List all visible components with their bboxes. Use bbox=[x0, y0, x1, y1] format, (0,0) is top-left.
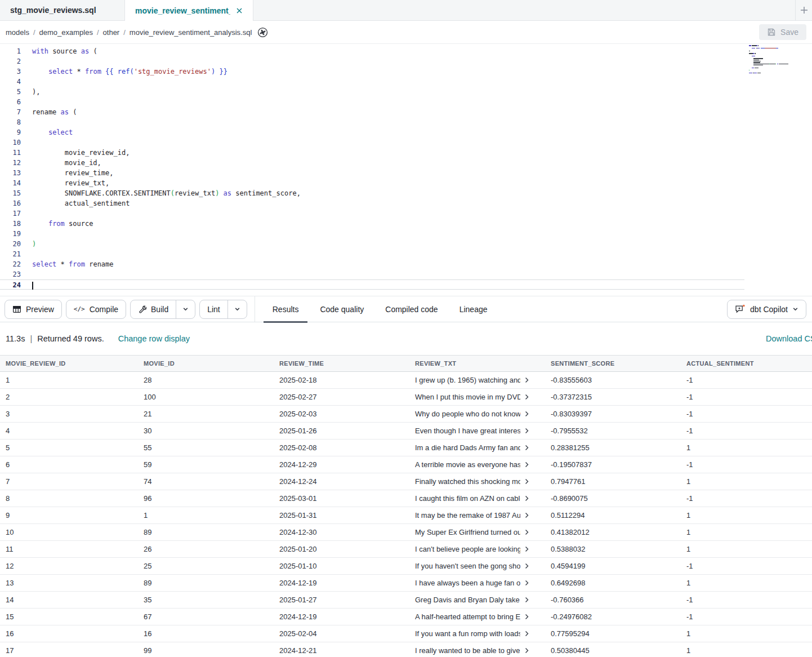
new-tab-button[interactable] bbox=[795, 0, 812, 20]
movie-review-id-cell: 17 bbox=[0, 646, 138, 655]
tab-stg-movie-reviews[interactable]: stg_movie_reviews.sql bbox=[0, 0, 125, 20]
code-line[interactable]: 1with source as ( bbox=[0, 46, 812, 56]
code-editor[interactable]: 1with source as (23 select * from {{ ref… bbox=[0, 44, 812, 296]
expand-review-icon[interactable] bbox=[520, 461, 530, 468]
code-line[interactable]: 11 movie_review_id, bbox=[0, 148, 812, 158]
expand-review-icon[interactable] bbox=[520, 512, 530, 518]
sentiment-score-cell: 0.77595294 bbox=[545, 629, 681, 638]
column-header-actual_sentiment[interactable]: ACTUAL_SENTIMENT bbox=[681, 360, 812, 367]
column-header-sentiment_score[interactable]: SENTIMENT_SCORE bbox=[545, 360, 681, 367]
code-line[interactable]: 10 bbox=[0, 137, 812, 148]
code-line[interactable]: 14 review_txt, bbox=[0, 178, 812, 188]
column-header-review_time[interactable]: REVIEW_TIME bbox=[274, 360, 409, 367]
expand-review-icon[interactable] bbox=[520, 529, 530, 535]
code-line[interactable]: 19 bbox=[0, 229, 812, 239]
code-line-content: select bbox=[32, 127, 73, 137]
review-time-cell: 2024-12-30 bbox=[274, 528, 409, 536]
expand-review-icon[interactable] bbox=[520, 445, 530, 451]
expand-review-icon[interactable] bbox=[520, 478, 530, 485]
expand-review-icon[interactable] bbox=[520, 546, 530, 552]
expand-review-icon[interactable] bbox=[520, 647, 530, 654]
review-txt-value: If you haven't seen the gong show TV s… bbox=[415, 562, 520, 570]
line-number: 2 bbox=[0, 56, 21, 66]
sentiment-score-cell: 0.7947761 bbox=[545, 477, 681, 486]
review-txt-cell: Im a die hard Dads Army fan and nothi… bbox=[409, 443, 545, 452]
expand-review-icon[interactable] bbox=[520, 597, 530, 603]
save-button[interactable]: Save bbox=[759, 24, 806, 40]
code-line[interactable]: 22select * from rename bbox=[0, 259, 812, 269]
movie-review-id-cell: 8 bbox=[0, 494, 138, 503]
review-time-cell: 2025-02-08 bbox=[274, 443, 409, 452]
expand-review-icon[interactable] bbox=[520, 495, 530, 501]
expand-review-icon[interactable] bbox=[520, 428, 530, 434]
movie-id-cell: 89 bbox=[138, 579, 274, 587]
code-line[interactable]: 15 SNOWFLAKE.CORTEX.SENTIMENT(review_txt… bbox=[0, 188, 812, 198]
code-lines: 1with source as (23 select * from {{ ref… bbox=[0, 46, 812, 290]
code-line[interactable]: 2 bbox=[0, 56, 812, 66]
code-line[interactable]: 20) bbox=[0, 239, 812, 249]
result-tab-compiled-code[interactable]: Compiled code bbox=[374, 296, 448, 322]
expand-review-icon[interactable] bbox=[520, 580, 530, 586]
code-line[interactable]: 23 bbox=[0, 269, 812, 279]
sentiment-score-cell: 0.6492698 bbox=[545, 579, 681, 587]
copilot-badge-icon[interactable] bbox=[257, 26, 269, 38]
download-csv-link[interactable]: Download CSV bbox=[766, 334, 812, 343]
change-row-display-link[interactable]: Change row display bbox=[118, 334, 190, 343]
code-line[interactable]: 6 bbox=[0, 97, 812, 107]
expand-review-icon[interactable] bbox=[520, 563, 530, 569]
result-tab-results[interactable]: Results bbox=[262, 296, 310, 322]
result-tab-code-quality[interactable]: Code quality bbox=[309, 296, 374, 322]
movie-review-id-cell: 9 bbox=[0, 511, 138, 520]
code-line[interactable]: 17 bbox=[0, 208, 812, 219]
code-line[interactable]: 8 bbox=[0, 117, 812, 127]
query-duration: 11.3s bbox=[6, 334, 25, 343]
build-dropdown-button[interactable] bbox=[176, 300, 195, 318]
code-line[interactable]: 5), bbox=[0, 87, 812, 97]
code-line[interactable]: 13 review_time, bbox=[0, 168, 812, 178]
code-line[interactable]: 16 actual_sentiment bbox=[0, 198, 812, 208]
movie-review-id-cell: 15 bbox=[0, 612, 138, 621]
sentiment-score-cell: 0.50380445 bbox=[545, 646, 681, 655]
sentiment-score-cell: -0.19507837 bbox=[545, 460, 681, 469]
column-header-review_txt[interactable]: REVIEW_TXT bbox=[409, 360, 545, 367]
build-split-button: Build bbox=[130, 300, 195, 319]
review-txt-value: It may be the remake of 1987 Autumn'… bbox=[415, 511, 520, 520]
breadcrumb-separator: / bbox=[123, 28, 126, 37]
lint-button[interactable]: Lint bbox=[200, 300, 228, 318]
build-button[interactable]: Build bbox=[131, 300, 176, 318]
expand-review-icon[interactable] bbox=[520, 631, 530, 637]
breadcrumb: models/demo_examples/other/movie_review_… bbox=[6, 28, 252, 37]
expand-review-icon[interactable] bbox=[520, 411, 530, 417]
column-header-movie_review_id[interactable]: MOVIE_REVIEW_ID bbox=[0, 360, 138, 367]
movie-review-id-cell: 6 bbox=[0, 460, 138, 469]
review-txt-cell: I grew up (b. 1965) watching and lovin… bbox=[409, 376, 545, 384]
review-time-cell: 2025-01-27 bbox=[274, 596, 409, 604]
actual-sentiment-cell: 1 bbox=[681, 629, 812, 638]
expand-review-icon[interactable] bbox=[520, 377, 530, 383]
review-txt-value: Why do people who do not know what… bbox=[415, 410, 520, 418]
code-line[interactable]: 21 bbox=[0, 249, 812, 259]
code-line[interactable]: 9 select bbox=[0, 127, 812, 137]
code-line[interactable]: 12 movie_id, bbox=[0, 158, 812, 168]
expand-review-icon[interactable] bbox=[520, 614, 530, 620]
line-number: 24 bbox=[0, 280, 21, 289]
code-line[interactable]: 7rename as ( bbox=[0, 107, 812, 117]
tab-movie-review-sentiment-analysis[interactable]: movie_review_sentiment_… bbox=[125, 0, 253, 21]
lint-dropdown-button[interactable] bbox=[228, 300, 247, 318]
minimap[interactable] bbox=[749, 44, 788, 76]
code-line[interactable]: 24 bbox=[0, 279, 744, 290]
code-line[interactable]: 3 select * from {{ ref('stg_movie_review… bbox=[0, 66, 812, 77]
review-txt-value: I grew up (b. 1965) watching and lovin… bbox=[415, 376, 520, 384]
compile-button[interactable]: </> Compile bbox=[66, 300, 126, 319]
dbt-copilot-button[interactable]: dbt Copilot bbox=[727, 300, 806, 319]
chevron-down-icon bbox=[182, 306, 189, 312]
column-header-movie_id[interactable]: MOVIE_ID bbox=[138, 360, 274, 367]
code-line[interactable]: 4 bbox=[0, 77, 812, 87]
code-line[interactable]: 18 from source bbox=[0, 219, 812, 229]
breadcrumb-part: demo_examples bbox=[39, 28, 93, 37]
line-number: 15 bbox=[0, 188, 21, 198]
close-tab-icon[interactable] bbox=[236, 7, 243, 14]
preview-button[interactable]: Preview bbox=[5, 300, 62, 319]
result-tab-lineage[interactable]: Lineage bbox=[449, 296, 498, 322]
expand-review-icon[interactable] bbox=[520, 394, 530, 400]
